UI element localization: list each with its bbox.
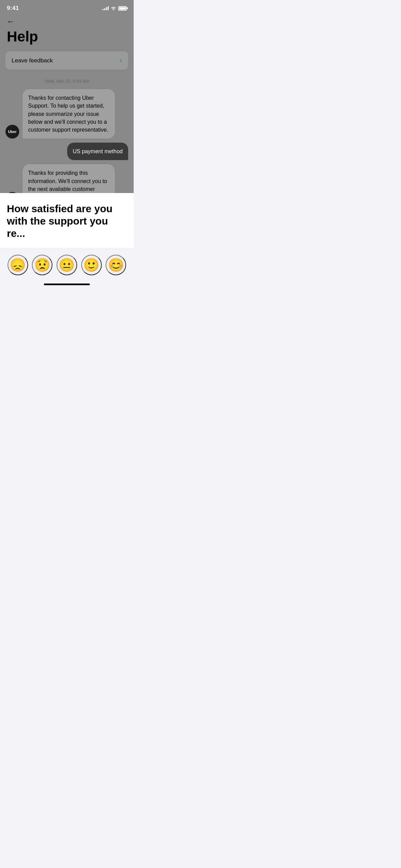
very-dissatisfied-button[interactable]: 😞: [8, 255, 28, 275]
emoji-row: 😞 😟 😐 🙂 😊: [0, 248, 134, 281]
message-row: US payment method: [5, 143, 128, 160]
satisfaction-panel: How satisfied are you with the support y…: [0, 193, 134, 289]
uber-bubble: Thanks for contacting Uber Support. To h…: [23, 89, 115, 138]
back-arrow-icon: ←: [7, 17, 14, 26]
chat-area: ← Help Leave feedback › Wed, Mar 20, 9:0…: [0, 14, 134, 193]
battery-icon: [118, 6, 127, 11]
header: ← Help: [0, 14, 134, 48]
user-message-text: US payment method: [73, 148, 123, 154]
chat-timestamp: Wed, Mar 20, 9:04 AM: [0, 79, 134, 84]
message-row: Uber Thanks for contacting Uber Support.…: [5, 89, 128, 138]
home-bar: [44, 284, 90, 285]
wifi-icon: [111, 6, 116, 10]
uber-bubble: Thanks for providing this information. W…: [23, 164, 115, 193]
page-title: Help: [7, 29, 127, 45]
status-icons: [102, 6, 127, 11]
uber-avatar: Uber: [5, 125, 19, 138]
screen: 9:41 ←: [0, 0, 134, 289]
uber-avatar-label: Uber: [8, 130, 16, 134]
status-bar: 9:41: [0, 0, 134, 14]
messages-container: Uber Thanks for contacting Uber Support.…: [0, 89, 134, 193]
home-indicator: [0, 281, 134, 289]
user-bubble: US payment method: [67, 143, 128, 160]
very-satisfied-button[interactable]: 😊: [106, 255, 126, 275]
satisfaction-card: How satisfied are you with the support y…: [0, 193, 134, 248]
chevron-right-icon: ›: [120, 57, 122, 64]
feedback-label: Leave feedback: [12, 57, 53, 64]
satisfaction-title: How satisfied are you with the support y…: [7, 203, 127, 240]
satisfied-button[interactable]: 🙂: [81, 255, 102, 275]
uber-message-text: Thanks for providing this information. W…: [28, 170, 107, 193]
neutral-button[interactable]: 😐: [57, 255, 77, 275]
signal-bars-icon: [102, 6, 109, 10]
leave-feedback-card[interactable]: Leave feedback ›: [5, 51, 128, 70]
status-time: 9:41: [7, 5, 19, 12]
back-button[interactable]: ←: [7, 17, 14, 26]
dissatisfied-button[interactable]: 😟: [32, 255, 52, 275]
message-row: Uber Thanks for providing this informati…: [5, 164, 128, 193]
uber-message-text: Thanks for contacting Uber Support. To h…: [28, 95, 108, 133]
